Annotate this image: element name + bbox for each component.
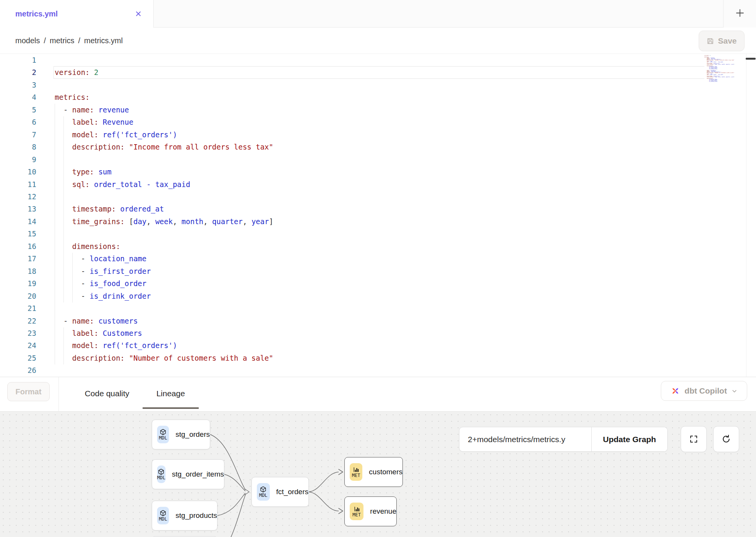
cube-icon xyxy=(159,509,167,517)
floppy-icon xyxy=(706,37,714,45)
tab-label: metrics.yml xyxy=(15,10,134,18)
line-number: 7 xyxy=(0,129,36,141)
line-number: 5 xyxy=(0,104,36,116)
line-number: 6 xyxy=(0,116,36,128)
lineage-node-customers[interactable]: METcustomers xyxy=(344,457,403,487)
line-number: 11 xyxy=(0,178,36,190)
line-number: 13 xyxy=(0,203,36,215)
code-line[interactable]: 25 description: "Number of customers wit… xyxy=(0,352,756,364)
fullscreen-button[interactable] xyxy=(681,426,707,452)
breadcrumb-separator: / xyxy=(44,36,46,45)
model-badge: MDL xyxy=(157,507,169,524)
code-line[interactable]: 26 xyxy=(0,364,756,376)
line-number: 10 xyxy=(0,166,36,178)
lineage-filter-group: Update Graph xyxy=(459,427,668,452)
cube-icon xyxy=(157,468,165,475)
path-bar: models / metrics / metrics.yml Save xyxy=(0,28,756,54)
code-line[interactable]: 23 label: Customers xyxy=(0,327,756,339)
code-line[interactable]: 15 xyxy=(0,228,756,240)
lineage-node-stg_order_items[interactable]: MDLstg_order_items xyxy=(152,459,224,489)
chevron-down-icon xyxy=(731,388,738,394)
cube-icon xyxy=(260,486,267,493)
bar-chart-icon xyxy=(352,466,360,473)
line-number: 26 xyxy=(0,364,36,376)
ide-window: metrics.yml models / metrics / metrics.y… xyxy=(0,0,756,537)
line-number: 12 xyxy=(0,190,36,203)
close-icon[interactable] xyxy=(134,10,143,18)
format-button[interactable]: Format xyxy=(7,382,50,401)
code-line[interactable]: 16 dimensions: xyxy=(0,240,756,252)
line-number: 22 xyxy=(0,315,36,327)
code-line[interactable]: 13 timestamp: ordered_at xyxy=(0,203,756,215)
node-label: stg_order_items xyxy=(172,470,224,478)
line-number: 16 xyxy=(0,240,36,252)
code-line[interactable]: 22 - name: customers xyxy=(0,315,756,327)
code-line[interactable]: 4metrics: xyxy=(0,91,756,103)
code-line[interactable]: 5 - name: revenue xyxy=(0,104,756,116)
fullscreen-icon xyxy=(689,434,698,444)
update-graph-button[interactable]: Update Graph xyxy=(591,427,667,451)
tab-metrics-yml[interactable]: metrics.yml xyxy=(0,0,154,28)
breadcrumb-separator: / xyxy=(78,36,81,45)
badge-label: MET xyxy=(352,513,361,517)
dbt-copilot-label: dbt Copilot xyxy=(685,386,727,395)
line-number: 25 xyxy=(0,352,36,364)
lineage-node-fct_orders[interactable]: MDLfct_orders xyxy=(251,477,309,507)
dbt-copilot-button[interactable]: dbt Copilot xyxy=(661,381,747,401)
tab-lineage[interactable]: Lineage xyxy=(143,377,199,410)
line-number: 21 xyxy=(0,302,36,314)
breadcrumb-metrics[interactable]: metrics xyxy=(50,36,74,45)
node-label: stg_products xyxy=(175,511,217,520)
code-line[interactable]: 7 model: ref('fct_orders') xyxy=(0,129,756,141)
node-label: revenue xyxy=(370,507,396,516)
breadcrumb-models[interactable]: models xyxy=(15,36,40,45)
code-line[interactable]: 3 xyxy=(0,79,756,91)
code-line[interactable]: 2version: 2 xyxy=(0,66,756,78)
tab-strip: metrics.yml xyxy=(0,0,756,28)
breadcrumb-file[interactable]: metrics.yml xyxy=(84,36,123,45)
code-line[interactable]: 17 - location_name xyxy=(0,252,756,265)
metric-badge: MET xyxy=(350,503,363,520)
minimap[interactable]: version: 2metrics: - name: revenue label… xyxy=(704,55,745,101)
lineage-node-stg_products[interactable]: MDLstg_products xyxy=(152,501,217,530)
line-number: 1 xyxy=(0,54,36,66)
minimap-divider xyxy=(746,54,746,377)
code-line[interactable]: 18 - is_first_order xyxy=(0,265,756,277)
code-line[interactable]: 12 xyxy=(0,190,756,203)
code-line[interactable]: 19 - is_food_order xyxy=(0,277,756,290)
line-number: 20 xyxy=(0,290,36,302)
lineage-filter-input[interactable] xyxy=(459,427,591,451)
line-number: 19 xyxy=(0,277,36,290)
metric-badge: MET xyxy=(350,463,362,481)
line-number: 3 xyxy=(0,79,36,91)
refresh-button[interactable] xyxy=(713,426,739,452)
code-editor[interactable]: 12version: 234metrics:5 - name: revenue6… xyxy=(0,54,756,377)
bar-chart-icon xyxy=(353,505,360,513)
code-line[interactable]: 9 xyxy=(0,153,756,166)
lineage-node-revenue[interactable]: METrevenue xyxy=(344,496,397,526)
line-number: 15 xyxy=(0,228,36,240)
code-line[interactable]: 24 model: ref('fct_orders') xyxy=(0,339,756,351)
code-line[interactable]: 20 - is_drink_order xyxy=(0,290,756,302)
breadcrumb: models / metrics / metrics.yml xyxy=(15,28,123,54)
line-number: 24 xyxy=(0,339,36,351)
code-line[interactable]: 8 description: "Income from all orders l… xyxy=(0,141,756,153)
line-number: 18 xyxy=(0,265,36,277)
code-line[interactable]: 14 time_grains: [day, week, month, quart… xyxy=(0,215,756,228)
badge-label: MDL xyxy=(157,475,165,480)
code-line[interactable]: 6 label: Revenue xyxy=(0,116,756,128)
code-line[interactable]: 11 sql: order_total - tax_paid xyxy=(0,178,756,190)
tab-code-quality[interactable]: Code quality xyxy=(76,377,138,410)
code-line[interactable]: 1 xyxy=(0,54,756,66)
code-line[interactable]: 10 type: sum xyxy=(0,166,756,178)
save-button[interactable]: Save xyxy=(699,31,745,51)
lineage-canvas[interactable]: MDLstg_ordersMDLstg_order_itemsMDLstg_pr… xyxy=(0,411,756,537)
code-line[interactable]: 21 xyxy=(0,302,756,314)
lineage-node-stg_orders[interactable]: MDLstg_orders xyxy=(152,420,210,449)
new-tab-button[interactable] xyxy=(723,0,756,28)
badge-label: MDL xyxy=(159,517,167,522)
line-number: 23 xyxy=(0,327,36,339)
code-lines: 12version: 234metrics:5 - name: revenue6… xyxy=(0,54,756,377)
editor-scroll-handle[interactable] xyxy=(746,58,756,60)
badge-label: MDL xyxy=(159,436,167,441)
